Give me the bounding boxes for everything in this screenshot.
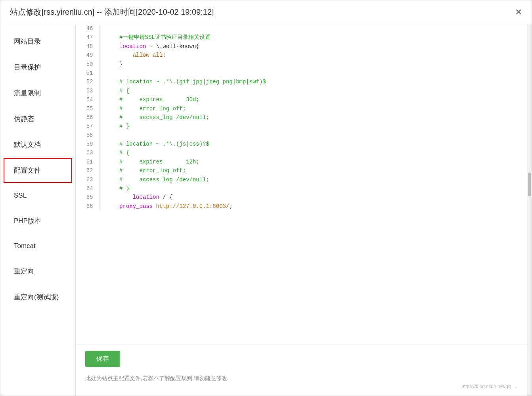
sidebar-item-config-file[interactable]: 配置文件 bbox=[4, 158, 72, 183]
line-code[interactable]: } bbox=[100, 60, 527, 69]
sidebar-item-tomcat[interactable]: Tomcat bbox=[4, 234, 72, 258]
table-row: 51 bbox=[76, 69, 527, 77]
line-number: 53 bbox=[76, 87, 100, 95]
table-row: 64 # } bbox=[76, 184, 527, 193]
line-number: 63 bbox=[76, 175, 100, 184]
watermark: https://blog.csdn.net/qq_... bbox=[85, 384, 517, 389]
sidebar: 网站目录目录保护流量限制伪静态默认文档配置文件SSLPHP版本Tomcat重定向… bbox=[0, 24, 76, 396]
line-number: 58 bbox=[76, 131, 100, 140]
modal-header: 站点修改[rss.yirenliu.cn] -- 添加时间[2020-10-02… bbox=[0, 0, 532, 24]
line-number: 46 bbox=[76, 24, 100, 33]
line-code[interactable] bbox=[100, 131, 527, 140]
line-number: 52 bbox=[76, 77, 100, 86]
line-code[interactable]: #一键申请SSL证书验证目录相关设置 bbox=[100, 33, 527, 42]
table-row: 49 allow all; bbox=[76, 51, 527, 60]
table-row: 61 # expires 12h; bbox=[76, 158, 527, 166]
sidebar-item-php-version[interactable]: PHP版本 bbox=[4, 208, 72, 233]
table-row: 57 # } bbox=[76, 122, 527, 131]
line-code[interactable]: # access_log /dev/null; bbox=[100, 175, 527, 184]
line-number: 51 bbox=[76, 69, 100, 77]
sidebar-item-redirect-test[interactable]: 重定向(测试版) bbox=[4, 285, 72, 309]
line-code[interactable]: # location ~ .*\.(js|css)?$ bbox=[100, 140, 527, 148]
line-code[interactable]: # } bbox=[100, 122, 527, 131]
table-row: 55 # error_log off; bbox=[76, 104, 527, 113]
table-row: 58 bbox=[76, 131, 527, 140]
table-row: 50 } bbox=[76, 60, 527, 69]
modal: 站点修改[rss.yirenliu.cn] -- 添加时间[2020-10-02… bbox=[0, 0, 532, 396]
table-row: 56 # access_log /dev/null; bbox=[76, 113, 527, 122]
line-number: 59 bbox=[76, 140, 100, 148]
line-number: 48 bbox=[76, 42, 100, 51]
line-number: 64 bbox=[76, 184, 100, 193]
line-number: 56 bbox=[76, 113, 100, 122]
modal-title: 站点修改[rss.yirenliu.cn] -- 添加时间[2020-10-02… bbox=[10, 7, 214, 17]
footer-note: 此处为站点主配置文件,若您不了解配置规则,请勿随意修改. bbox=[85, 375, 517, 382]
table-row: 52 # location ~ .*\.(gif|jpg|jpeg|png|bm… bbox=[76, 77, 527, 86]
table-row: 54 # expires 30d; bbox=[76, 95, 527, 104]
sidebar-item-pseudo-static[interactable]: 伪静态 bbox=[4, 106, 72, 131]
close-button[interactable]: ✕ bbox=[515, 8, 522, 17]
table-row: 47 #一键申请SSL证书验证目录相关设置 bbox=[76, 33, 527, 42]
scrollbar-track[interactable] bbox=[527, 24, 532, 396]
table-row: 46 bbox=[76, 24, 527, 33]
line-number: 54 bbox=[76, 95, 100, 104]
line-number: 55 bbox=[76, 104, 100, 113]
line-code[interactable] bbox=[100, 24, 527, 33]
table-row: 63 # access_log /dev/null; bbox=[76, 175, 527, 184]
sidebar-item-default-doc[interactable]: 默认文档 bbox=[4, 132, 72, 157]
table-row: 66 proxy_pass http://127.0.0.1:8003/; bbox=[76, 202, 527, 211]
table-row: 62 # error_log off; bbox=[76, 166, 527, 175]
sidebar-item-dir-protect[interactable]: 目录保护 bbox=[4, 55, 72, 80]
line-number: 50 bbox=[76, 60, 100, 69]
line-code[interactable]: # { bbox=[100, 87, 527, 95]
code-area[interactable]: 46 47 #一键申请SSL证书验证目录相关设置48 location ~ \.… bbox=[76, 24, 527, 344]
line-number: 49 bbox=[76, 51, 100, 60]
scrollbar-thumb[interactable] bbox=[528, 173, 531, 196]
line-code[interactable]: location / { bbox=[100, 193, 527, 202]
sidebar-item-website-dir[interactable]: 网站目录 bbox=[4, 29, 72, 54]
line-code[interactable]: # access_log /dev/null; bbox=[100, 113, 527, 122]
sidebar-item-redirect[interactable]: 重定向 bbox=[4, 259, 72, 284]
line-code[interactable]: # } bbox=[100, 184, 527, 193]
line-code[interactable]: location ~ \.well-known{ bbox=[100, 42, 527, 51]
line-code[interactable]: # expires 30d; bbox=[100, 95, 527, 104]
line-code[interactable] bbox=[100, 69, 527, 77]
line-number: 66 bbox=[76, 202, 100, 211]
modal-body: 网站目录目录保护流量限制伪静态默认文档配置文件SSLPHP版本Tomcat重定向… bbox=[0, 24, 532, 396]
line-code[interactable]: # error_log off; bbox=[100, 166, 527, 175]
sidebar-item-ssl[interactable]: SSL bbox=[4, 184, 72, 208]
line-number: 65 bbox=[76, 193, 100, 202]
line-code[interactable]: # { bbox=[100, 148, 527, 157]
line-code[interactable]: proxy_pass http://127.0.0.1:8003/; bbox=[100, 202, 527, 211]
table-row: 60 # { bbox=[76, 148, 527, 157]
table-row: 65 location / { bbox=[76, 193, 527, 202]
line-number: 62 bbox=[76, 166, 100, 175]
code-table: 46 47 #一键申请SSL证书验证目录相关设置48 location ~ \.… bbox=[76, 24, 527, 211]
table-row: 53 # { bbox=[76, 87, 527, 95]
line-code[interactable]: # expires 12h; bbox=[100, 158, 527, 166]
table-row: 59 # location ~ .*\.(js|css)?$ bbox=[76, 140, 527, 148]
footer: 保存 此处为站点主配置文件,若您不了解配置规则,请勿随意修改. https://… bbox=[76, 344, 527, 396]
line-number: 61 bbox=[76, 158, 100, 166]
save-button[interactable]: 保存 bbox=[85, 351, 120, 367]
sidebar-item-traffic-limit[interactable]: 流量限制 bbox=[4, 81, 72, 106]
table-row: 48 location ~ \.well-known{ bbox=[76, 42, 527, 51]
line-code[interactable]: allow all; bbox=[100, 51, 527, 60]
line-code[interactable]: # location ~ .*\.(gif|jpg|jpeg|png|bmp|s… bbox=[100, 77, 527, 86]
line-number: 57 bbox=[76, 122, 100, 131]
line-code[interactable]: # error_log off; bbox=[100, 104, 527, 113]
line-number: 60 bbox=[76, 148, 100, 157]
main-content: 46 47 #一键申请SSL证书验证目录相关设置48 location ~ \.… bbox=[76, 24, 527, 396]
line-number: 47 bbox=[76, 33, 100, 42]
